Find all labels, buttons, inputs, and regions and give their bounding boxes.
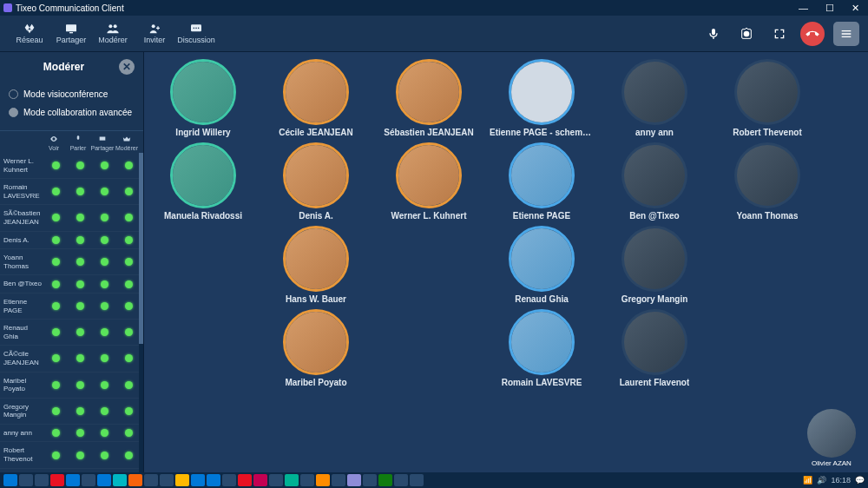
permission-toggle[interactable]: [76, 162, 84, 169]
video-tile[interactable]: Etienne PAGE: [490, 141, 594, 222]
permission-toggle[interactable]: [125, 452, 133, 459]
hangup-button[interactable]: [800, 22, 825, 46]
permission-toggle[interactable]: [76, 381, 84, 389]
participant-row[interactable]: Robert Thevenot: [0, 442, 143, 468]
permission-toggle[interactable]: [52, 452, 60, 459]
permission-toggle[interactable]: [52, 354, 60, 362]
participant-row[interactable]: Gregory Mangin: [0, 399, 143, 425]
taskbar-app-19[interactable]: [300, 474, 314, 486]
participant-row[interactable]: CÃ©cile JEANJEAN: [0, 346, 143, 372]
toolbar-inviter[interactable]: Inviter: [134, 16, 175, 51]
permission-toggle[interactable]: [52, 407, 60, 415]
notification-icon[interactable]: 💬: [855, 476, 865, 485]
taskbar-app-25[interactable]: [394, 474, 408, 486]
taskbar-app-5[interactable]: [82, 474, 95, 486]
participant-row[interactable]: SÃ©bastien JEANJEAN: [0, 205, 143, 231]
camera-button[interactable]: [734, 22, 759, 46]
video-tile[interactable]: Manuela Rivadossi: [151, 141, 255, 222]
participant-row[interactable]: Romain LAVESVRE: [0, 179, 143, 205]
video-tile[interactable]: Maribel Poyato: [264, 307, 368, 389]
permission-toggle[interactable]: [101, 188, 108, 195]
taskbar-app-21[interactable]: [332, 474, 345, 486]
menu-button[interactable]: [833, 22, 859, 46]
permission-toggle[interactable]: [101, 258, 108, 266]
permission-toggle[interactable]: [101, 214, 108, 221]
permission-toggle[interactable]: [76, 452, 84, 459]
permission-toggle[interactable]: [101, 302, 108, 310]
permission-toggle[interactable]: [52, 214, 60, 221]
participant-row[interactable]: Renaud Ghia: [0, 320, 143, 346]
permission-toggle[interactable]: [52, 188, 60, 195]
taskbar-app-13[interactable]: [207, 474, 220, 486]
video-tile[interactable]: Yoann Thomas: [715, 141, 819, 222]
taskbar-app-16[interactable]: [253, 474, 267, 486]
permission-toggle[interactable]: [125, 407, 133, 415]
permission-toggle[interactable]: [76, 354, 84, 362]
participant-row[interactable]: Werner L. Kuhnert: [0, 153, 143, 179]
video-tile[interactable]: Sébastien JEANJEAN: [377, 57, 481, 139]
video-tile[interactable]: Werner L. Kuhnert: [377, 141, 481, 222]
permission-toggle[interactable]: [101, 162, 108, 169]
permission-toggle[interactable]: [76, 214, 84, 221]
video-tile[interactable]: Denis A.: [264, 141, 368, 222]
toolbar-modérer[interactable]: Modérer: [92, 16, 134, 51]
video-tile[interactable]: anny ann: [602, 57, 707, 139]
clock[interactable]: 16:18: [831, 476, 851, 485]
permission-toggle[interactable]: [76, 328, 84, 336]
permission-toggle[interactable]: [76, 280, 84, 288]
video-tile[interactable]: Gregory Mangin: [602, 224, 707, 306]
video-tile[interactable]: Etienne PAGE - schema...: [490, 57, 594, 139]
taskbar-app-18[interactable]: [285, 474, 299, 486]
permission-toggle[interactable]: [76, 258, 84, 266]
sidebar-close-button[interactable]: ✕: [119, 59, 135, 75]
permission-toggle[interactable]: [52, 302, 60, 310]
self-view[interactable]: Olivier AZAN: [807, 409, 856, 467]
permission-toggle[interactable]: [52, 162, 60, 169]
video-tile[interactable]: Hans W. Bauer: [264, 224, 368, 306]
taskbar-app-11[interactable]: [175, 474, 189, 486]
participant-row[interactable]: Denis A.: [0, 232, 143, 250]
permission-toggle[interactable]: [125, 162, 133, 169]
permission-toggle[interactable]: [101, 280, 108, 288]
permission-toggle[interactable]: [101, 452, 108, 459]
permission-toggle[interactable]: [125, 214, 133, 221]
taskbar-app-7[interactable]: [113, 474, 127, 486]
taskbar-app-9[interactable]: [144, 474, 158, 486]
participant-row[interactable]: anny ann: [0, 425, 143, 443]
video-tile[interactable]: Ingrid Willery: [151, 57, 255, 139]
video-tile[interactable]: Ben @Tixeo: [602, 141, 707, 222]
toolbar-discussion[interactable]: Discussion: [175, 16, 217, 51]
permission-toggle[interactable]: [101, 236, 108, 244]
taskbar-app-1[interactable]: [19, 474, 33, 486]
toolbar-réseau[interactable]: Réseau: [9, 16, 50, 51]
permission-toggle[interactable]: [52, 280, 60, 288]
permission-toggle[interactable]: [101, 354, 108, 362]
permission-toggle[interactable]: [76, 429, 84, 437]
video-tile[interactable]: Romain LAVESVRE: [490, 307, 594, 389]
permission-toggle[interactable]: [125, 328, 133, 336]
permission-toggle[interactable]: [125, 302, 133, 310]
taskbar-app-14[interactable]: [222, 474, 236, 486]
taskbar-app-3[interactable]: [50, 474, 64, 486]
participant-row[interactable]: Etienne PAGE: [0, 293, 143, 320]
participant-row[interactable]: Yoann Thomas: [0, 249, 143, 275]
taskbar-app-10[interactable]: [160, 474, 174, 486]
permission-toggle[interactable]: [76, 302, 84, 310]
permission-toggle[interactable]: [76, 407, 84, 415]
microphone-button[interactable]: [701, 22, 726, 46]
permission-toggle[interactable]: [101, 381, 108, 389]
permission-toggle[interactable]: [125, 429, 133, 437]
permission-toggle[interactable]: [52, 429, 60, 437]
taskbar-app-20[interactable]: [316, 474, 330, 486]
video-tile[interactable]: Cécile JEANJEAN: [264, 57, 368, 139]
maximize-button[interactable]: ☐: [820, 3, 839, 14]
permission-toggle[interactable]: [52, 381, 60, 389]
minimize-button[interactable]: —: [793, 3, 813, 14]
permission-toggle[interactable]: [125, 280, 133, 288]
permission-toggle[interactable]: [125, 258, 133, 266]
taskbar-app-17[interactable]: [269, 474, 283, 486]
permission-toggle[interactable]: [101, 407, 108, 415]
permission-toggle[interactable]: [52, 236, 60, 244]
tray-sound-icon[interactable]: 🔊: [817, 476, 826, 485]
taskbar-app-12[interactable]: [191, 474, 205, 486]
